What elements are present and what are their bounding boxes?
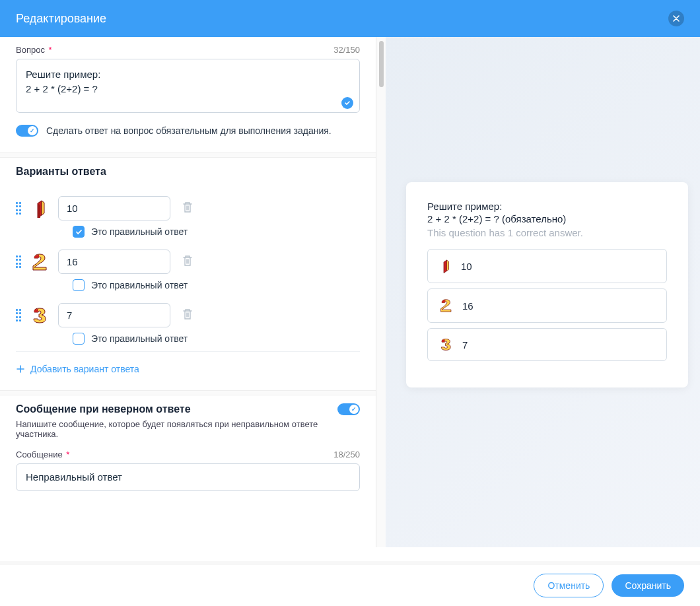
correct-label: Это правильный ответ bbox=[91, 333, 188, 344]
required-toggle[interactable] bbox=[16, 125, 38, 137]
number-3-icon bbox=[440, 338, 453, 351]
drag-handle-icon[interactable] bbox=[16, 309, 22, 322]
wrong-msg-help: Напишите сообщение, которое будет появля… bbox=[16, 419, 360, 439]
preview-card: Решите пример: 2 + 2 * (2+2) = ? (обязат… bbox=[406, 182, 688, 387]
wrong-msg-textarea[interactable] bbox=[16, 463, 360, 491]
wrong-msg-label: Сообщение * bbox=[16, 450, 69, 459]
answer-row bbox=[16, 243, 360, 281]
add-answer-button[interactable]: Добавить вариант ответа bbox=[16, 351, 360, 374]
trash-icon bbox=[182, 308, 193, 320]
modal-title: Редактирование bbox=[16, 12, 106, 26]
answer-row bbox=[16, 296, 360, 334]
preview-question-line1: Решите пример: bbox=[427, 201, 667, 212]
drag-handle-icon[interactable] bbox=[16, 202, 22, 215]
delete-answer-button[interactable] bbox=[180, 306, 195, 325]
answer-input[interactable] bbox=[58, 196, 170, 220]
preview-option[interactable]: 7 bbox=[427, 328, 667, 361]
preview-question-line2: 2 + 2 * (2+2) = ? (обязательно) bbox=[427, 213, 667, 224]
delete-answer-button[interactable] bbox=[180, 199, 195, 219]
question-counter: 32/150 bbox=[333, 45, 360, 55]
correct-checkbox[interactable] bbox=[73, 226, 85, 238]
close-button[interactable] bbox=[668, 11, 684, 26]
close-icon bbox=[673, 15, 680, 22]
wrong-msg-counter: 18/250 bbox=[333, 450, 360, 459]
preview-panel: Решите пример: 2 + 2 * (2+2) = ? (обязат… bbox=[376, 37, 700, 547]
preview-option[interactable]: 10 bbox=[427, 249, 667, 283]
number-1-icon bbox=[32, 200, 49, 217]
footer: Отменить Сохранить bbox=[0, 561, 700, 606]
answer-input[interactable] bbox=[58, 250, 170, 274]
number-3-icon bbox=[32, 307, 49, 324]
scrollbar[interactable] bbox=[376, 37, 386, 547]
wrong-msg-title: Сообщение при неверном ответе bbox=[16, 403, 191, 415]
correct-checkbox[interactable] bbox=[73, 333, 85, 345]
number-1-icon bbox=[440, 259, 452, 273]
preview-hint: This question has 1 correct answer. bbox=[427, 227, 667, 238]
drag-handle-icon[interactable] bbox=[16, 255, 22, 269]
answer-row bbox=[16, 189, 360, 227]
answers-section-title: Варианты ответа bbox=[16, 166, 360, 178]
valid-check-icon bbox=[341, 97, 353, 109]
preview-option[interactable]: 16 bbox=[427, 288, 667, 323]
correct-checkbox[interactable] bbox=[73, 279, 85, 291]
cancel-button[interactable]: Отменить bbox=[534, 574, 604, 597]
delete-answer-button[interactable] bbox=[180, 252, 195, 272]
correct-label: Это правильный ответ bbox=[91, 226, 188, 237]
number-2-icon bbox=[32, 253, 49, 271]
correct-label: Это правильный ответ bbox=[91, 280, 188, 290]
answer-input[interactable] bbox=[58, 303, 170, 327]
save-button[interactable]: Сохранить bbox=[612, 574, 684, 597]
required-toggle-label: Сделать ответ на вопрос обязательным для… bbox=[46, 125, 332, 136]
trash-icon bbox=[182, 201, 193, 213]
wrong-msg-toggle[interactable] bbox=[337, 403, 360, 415]
question-label: Вопрос * bbox=[16, 45, 52, 55]
modal-header: Редактирование bbox=[0, 0, 700, 37]
number-2-icon bbox=[440, 298, 453, 313]
plus-icon bbox=[16, 364, 25, 374]
trash-icon bbox=[182, 255, 193, 267]
question-textarea[interactable] bbox=[16, 59, 360, 113]
editor-panel: Вопрос * 32/150 Сделать ответ на вопрос … bbox=[0, 37, 376, 547]
